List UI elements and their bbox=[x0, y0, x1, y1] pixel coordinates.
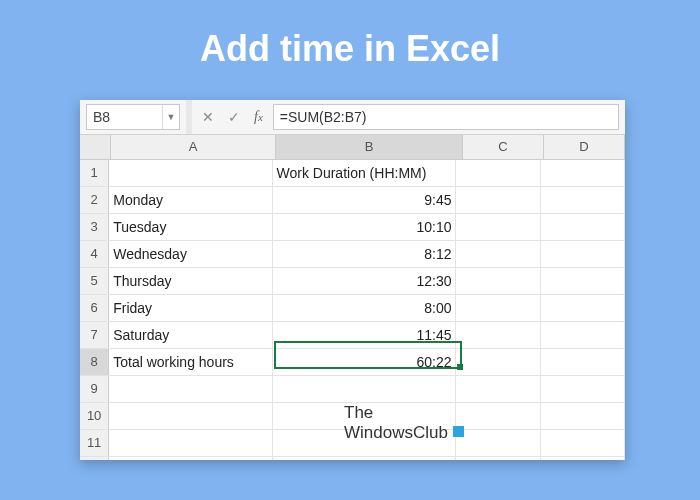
row-header-11[interactable]: 11 bbox=[80, 430, 109, 456]
cell-D6[interactable] bbox=[541, 295, 625, 321]
cell-C6[interactable] bbox=[456, 295, 540, 321]
cell-C12[interactable] bbox=[456, 457, 540, 460]
cell-B11[interactable] bbox=[273, 430, 457, 456]
cell-C2[interactable] bbox=[456, 187, 540, 213]
row-header-6[interactable]: 6 bbox=[80, 295, 109, 321]
cell-B1[interactable]: Work Duration (HH:MM) bbox=[273, 160, 457, 186]
table-row: 9 bbox=[80, 376, 625, 403]
cell-B5[interactable]: 12:30 bbox=[273, 268, 457, 294]
col-header-A[interactable]: A bbox=[111, 135, 276, 159]
table-row: 11 bbox=[80, 430, 625, 457]
row-header-12[interactable]: 12 bbox=[80, 457, 109, 460]
table-row: 10 bbox=[80, 403, 625, 430]
col-header-C[interactable]: C bbox=[463, 135, 544, 159]
spreadsheet-grid[interactable]: A B C D 1 Work Duration (HH:MM) 2 Monday… bbox=[80, 135, 625, 460]
rows: 1 Work Duration (HH:MM) 2 Monday 9:45 3 … bbox=[80, 160, 625, 460]
excel-window: B8 ▼ ✕ ✓ fx =SUM(B2:B7) A B C D 1 Work D… bbox=[80, 100, 625, 460]
confirm-icon[interactable]: ✓ bbox=[228, 109, 240, 125]
name-box-value: B8 bbox=[87, 105, 162, 129]
cell-A7[interactable]: Saturday bbox=[109, 322, 272, 348]
row-header-4[interactable]: 4 bbox=[80, 241, 109, 267]
cell-A3[interactable]: Tuesday bbox=[109, 214, 272, 240]
cell-A12[interactable] bbox=[109, 457, 272, 460]
row-header-1[interactable]: 1 bbox=[80, 160, 109, 186]
cell-A5[interactable]: Thursday bbox=[109, 268, 272, 294]
table-row: 8 Total working hours 60:22 bbox=[80, 349, 625, 376]
cell-B8[interactable]: 60:22 bbox=[273, 349, 457, 375]
cell-C5[interactable] bbox=[456, 268, 540, 294]
cell-D12[interactable] bbox=[541, 457, 625, 460]
table-row: 3 Tuesday 10:10 bbox=[80, 214, 625, 241]
cell-A10[interactable] bbox=[109, 403, 272, 429]
cell-B10[interactable] bbox=[273, 403, 457, 429]
fx-icon[interactable]: fx bbox=[254, 109, 263, 125]
cell-C9[interactable] bbox=[456, 376, 540, 402]
cell-D11[interactable] bbox=[541, 430, 625, 456]
row-header-8[interactable]: 8 bbox=[80, 349, 109, 375]
row-header-7[interactable]: 7 bbox=[80, 322, 109, 348]
table-row: 5 Thursday 12:30 bbox=[80, 268, 625, 295]
cell-B4[interactable]: 8:12 bbox=[273, 241, 457, 267]
select-all-corner[interactable] bbox=[80, 135, 111, 159]
cell-D5[interactable] bbox=[541, 268, 625, 294]
cell-B12[interactable] bbox=[273, 457, 457, 460]
cell-C10[interactable] bbox=[456, 403, 540, 429]
cell-D10[interactable] bbox=[541, 403, 625, 429]
cell-B9[interactable] bbox=[273, 376, 457, 402]
cell-A9[interactable] bbox=[109, 376, 272, 402]
cell-B7[interactable]: 11:45 bbox=[273, 322, 457, 348]
cell-B3[interactable]: 10:10 bbox=[273, 214, 457, 240]
row-header-2[interactable]: 2 bbox=[80, 187, 109, 213]
cell-C4[interactable] bbox=[456, 241, 540, 267]
column-headers: A B C D bbox=[80, 135, 625, 160]
cell-C1[interactable] bbox=[456, 160, 540, 186]
cell-D1[interactable] bbox=[541, 160, 625, 186]
row-header-10[interactable]: 10 bbox=[80, 403, 109, 429]
cell-D7[interactable] bbox=[541, 322, 625, 348]
cell-A2[interactable]: Monday bbox=[109, 187, 272, 213]
formula-bar-icons: ✕ ✓ fx bbox=[192, 100, 273, 134]
formula-input[interactable]: =SUM(B2:B7) bbox=[273, 104, 619, 130]
cell-D2[interactable] bbox=[541, 187, 625, 213]
cell-D4[interactable] bbox=[541, 241, 625, 267]
cell-C7[interactable] bbox=[456, 322, 540, 348]
cell-A4[interactable]: Wednesday bbox=[109, 241, 272, 267]
cell-B2[interactable]: 9:45 bbox=[273, 187, 457, 213]
cell-D3[interactable] bbox=[541, 214, 625, 240]
row-header-3[interactable]: 3 bbox=[80, 214, 109, 240]
col-header-D[interactable]: D bbox=[544, 135, 625, 159]
cell-D9[interactable] bbox=[541, 376, 625, 402]
name-box[interactable]: B8 ▼ bbox=[86, 104, 180, 130]
table-row: 1 Work Duration (HH:MM) bbox=[80, 160, 625, 187]
cell-C11[interactable] bbox=[456, 430, 540, 456]
cell-A11[interactable] bbox=[109, 430, 272, 456]
table-row: 2 Monday 9:45 bbox=[80, 187, 625, 214]
cell-B6[interactable]: 8:00 bbox=[273, 295, 457, 321]
cell-C8[interactable] bbox=[456, 349, 540, 375]
table-row: 4 Wednesday 8:12 bbox=[80, 241, 625, 268]
page-title: Add time in Excel bbox=[0, 28, 700, 70]
cell-C3[interactable] bbox=[456, 214, 540, 240]
col-header-B[interactable]: B bbox=[276, 135, 463, 159]
table-row: 12 bbox=[80, 457, 625, 460]
table-row: 6 Friday 8:00 bbox=[80, 295, 625, 322]
table-row: 7 Saturday 11:45 bbox=[80, 322, 625, 349]
cell-A6[interactable]: Friday bbox=[109, 295, 272, 321]
cancel-icon[interactable]: ✕ bbox=[202, 109, 214, 125]
row-header-9[interactable]: 9 bbox=[80, 376, 109, 402]
row-header-5[interactable]: 5 bbox=[80, 268, 109, 294]
cell-A8[interactable]: Total working hours bbox=[109, 349, 272, 375]
chevron-down-icon[interactable]: ▼ bbox=[162, 105, 179, 129]
cell-A1[interactable] bbox=[109, 160, 272, 186]
formula-bar-row: B8 ▼ ✕ ✓ fx =SUM(B2:B7) bbox=[80, 100, 625, 135]
cell-D8[interactable] bbox=[541, 349, 625, 375]
